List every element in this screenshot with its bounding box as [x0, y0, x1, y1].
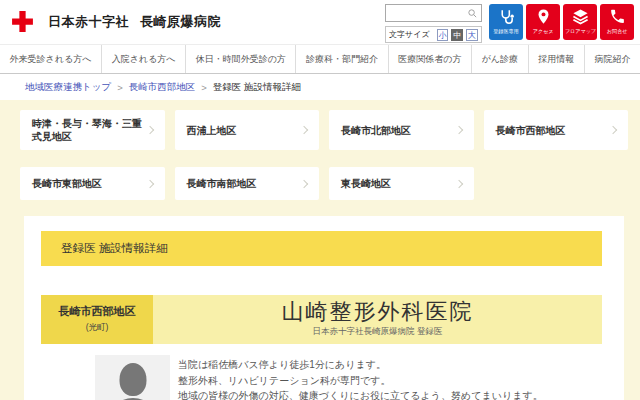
chevron-right-icon: [145, 126, 153, 134]
search-icon[interactable]: [467, 8, 478, 19]
district-card-east[interactable]: 長崎市東部地区: [20, 167, 165, 200]
site-logo[interactable]: 日本赤十字社 長崎原爆病院: [10, 9, 221, 34]
font-size-medium-button[interactable]: 中: [451, 29, 463, 41]
district-card-west[interactable]: 長崎市西部地区: [484, 110, 629, 150]
chevron-right-icon: [300, 126, 308, 134]
hospital-name: 長崎原爆病院: [140, 13, 221, 31]
district-link-grid: 時津・長与・琴海・三重式見地区 西浦上地区 長崎市北部地区 長崎市西部地区 長崎…: [20, 110, 628, 200]
nav-item-cancer-care[interactable]: がん診療: [472, 45, 529, 73]
facility-detail-card: 登録医 施設情報詳細 長崎市西部地区 (光町) 山崎整形外科医院 日本赤十字社長…: [24, 216, 624, 400]
font-size-label: 文字サイズ: [389, 29, 430, 40]
contact-button[interactable]: お問合せ: [600, 4, 634, 40]
nav-item-medical-professionals[interactable]: 医療関係者の方: [389, 45, 472, 73]
person-silhouette-icon: [119, 363, 146, 396]
font-size-small-button[interactable]: 小: [437, 29, 449, 41]
district-card-label: 長崎市北部地区: [341, 124, 411, 137]
facility-district-box: 長崎市西部地区 (光町): [41, 295, 153, 344]
district-card-north[interactable]: 長崎市北部地区: [329, 110, 474, 150]
facility-description-line: 整形外科、リハビリテーション科が専門です。: [178, 373, 543, 389]
quick-button-label: フロアマップ: [564, 28, 595, 35]
search-input[interactable]: [386, 8, 467, 18]
facility-district: 長崎市西部地区: [43, 304, 151, 319]
layers-icon: [572, 8, 589, 25]
nav-item-departments[interactable]: 診療科・部門紹介: [296, 45, 388, 73]
facility-name-box: 山崎整形外科医院 日本赤十字社長崎原爆病院 登録医: [153, 295, 602, 344]
facility-name: 山崎整形外科医院: [153, 298, 602, 325]
chevron-right-icon: [609, 126, 617, 134]
district-card-label: 西浦上地区: [187, 124, 237, 137]
global-nav: 外来受診される方へ 入院される方へ 休日・時間外受診の方 診療科・部門紹介 医療…: [0, 44, 640, 74]
site-name: 日本赤十字社 長崎原爆病院: [48, 13, 221, 31]
nav-item-outpatient[interactable]: 外来受診される方へ: [0, 45, 102, 73]
nav-item-after-hours[interactable]: 休日・時間外受診の方: [186, 45, 296, 73]
district-card-label: 東長崎地区: [341, 177, 391, 190]
main-section: 時津・長与・琴海・三重式見地区 西浦上地区 長崎市北部地区 長崎市西部地区 長崎…: [0, 100, 640, 400]
quick-button-label: 登録医専用: [493, 28, 519, 35]
district-card-south[interactable]: 長崎市南部地区: [175, 167, 320, 200]
chevron-right-icon: [300, 179, 308, 187]
access-button[interactable]: アクセス: [526, 4, 560, 40]
chevron-right-icon: [454, 126, 462, 134]
district-card-label: 長崎市西部地区: [496, 124, 566, 137]
breadcrumb-separator: >: [117, 82, 123, 93]
breadcrumb-link-west-district[interactable]: 長崎市西部地区: [129, 81, 196, 94]
font-size-control: 文字サイズ 小 中 大: [385, 26, 482, 43]
facility-affiliation: 日本赤十字社長崎原爆病院 登録医: [153, 326, 602, 338]
chevron-right-icon: [145, 179, 153, 187]
facility-photo-placeholder: [95, 355, 170, 400]
breadcrumb: 地域医療連携トップ > 長崎市西部地区 > 登録医 施設情報詳細: [0, 74, 640, 100]
org-name: 日本赤十字社: [48, 13, 129, 31]
section-title-banner: 登録医 施設情報詳細: [41, 231, 602, 266]
district-card-nishiurakami[interactable]: 西浦上地区: [175, 110, 320, 150]
breadcrumb-separator: >: [201, 82, 207, 93]
district-card-higashinagasaki[interactable]: 東長崎地区: [329, 167, 474, 200]
nav-item-recruit[interactable]: 採用情報: [529, 45, 585, 73]
registered-doctor-button[interactable]: 登録医専用: [489, 4, 523, 40]
chevron-right-icon: [454, 179, 462, 187]
quick-button-label: お問合せ: [607, 28, 628, 35]
red-cross-icon: [10, 9, 35, 34]
stethoscope-icon: [498, 8, 515, 25]
facility-header: 長崎市西部地区 (光町) 山崎整形外科医院 日本赤十字社長崎原爆病院 登録医: [41, 295, 602, 344]
font-size-large-button[interactable]: 大: [466, 29, 478, 41]
facility-description: 当院は稲佐橋バス停より徒歩1分にあります。 整形外科、リハビリテーション科が専門…: [178, 355, 543, 400]
facility-body: 当院は稲佐橋バス停より徒歩1分にあります。 整形外科、リハビリテーション科が専門…: [95, 355, 602, 400]
breadcrumb-link-regional-top[interactable]: 地域医療連携トップ: [25, 81, 111, 94]
district-card-label: 長崎市東部地区: [32, 177, 102, 190]
nav-item-about-hospital[interactable]: 病院紹介: [585, 45, 640, 73]
district-card-togitsu[interactable]: 時津・長与・琴海・三重式見地区: [20, 110, 165, 150]
facility-description-line: 当院は稲佐橋バス停より徒歩1分にあります。: [178, 357, 543, 373]
nav-item-inpatient[interactable]: 入院される方へ: [102, 45, 186, 73]
site-header: 日本赤十字社 長崎原爆病院 文字サイズ 小 中 大 登録医専用: [0, 0, 640, 44]
facility-description-line: 地域の皆様の外傷の対応、健康づくりにお役に立てるよう、努めてまいります。: [178, 388, 543, 400]
quick-button-label: アクセス: [533, 28, 554, 35]
map-pin-icon: [535, 8, 552, 25]
quick-buttons: 登録医専用 アクセス フロアマップ お問合せ: [489, 4, 634, 40]
search-box: [385, 4, 482, 22]
phone-icon: [609, 8, 626, 25]
district-card-label: 長崎市南部地区: [187, 177, 257, 190]
floor-map-button[interactable]: フロアマップ: [563, 4, 597, 40]
district-card-label: 時津・長与・琴海・三重式見地区: [32, 117, 143, 143]
facility-district-sub: (光町): [43, 322, 151, 334]
section-title: 登録医 施設情報詳細: [61, 241, 168, 256]
breadcrumb-current: 登録医 施設情報詳細: [213, 81, 301, 94]
